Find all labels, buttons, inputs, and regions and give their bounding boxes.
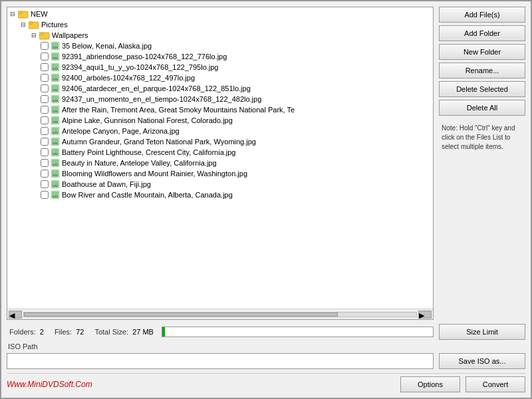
delete-all-button[interactable]: Delete All [439, 100, 525, 116]
list-item[interactable]: Antelope Canyon, Page, Arizona.jpg [9, 126, 432, 136]
add-files-button[interactable]: Add File(s) [439, 7, 525, 23]
list-item[interactable]: Blooming Wildflowers and Mount Rainier, … [9, 168, 432, 179]
file-tree-area: ⊟ NEW ⊟ [7, 7, 434, 320]
file-label: 92437_un_momento_en_el_tiempo-1024x768_1… [62, 95, 261, 103]
horizontal-scrollbar[interactable]: ◀ ▶ [7, 309, 433, 319]
file-label: 92394_aqui1_tu_y_yo-1024x768_122_795lo.j… [62, 63, 219, 71]
file-label: 92400_arboles-1024x768_122_497lo.jpg [62, 74, 195, 82]
list-item[interactable]: Alpine Lake, Gunnison National Forest, C… [9, 115, 432, 126]
files-value: 72 [76, 328, 84, 336]
scroll-track[interactable] [23, 312, 417, 317]
total-size-stat: Total Size: 27 MB [94, 328, 154, 336]
file-checkbox[interactable] [41, 148, 49, 156]
total-size-value: 27 MB [132, 328, 154, 336]
file-checkbox[interactable] [41, 127, 49, 135]
file-checkbox[interactable] [41, 74, 49, 82]
iso-path-label: ISO Path [7, 342, 525, 350]
size-limit-button[interactable]: Size Limit [439, 324, 525, 340]
file-label: Battery Point Lighthouse, Crescent City,… [62, 148, 235, 156]
file-checkbox[interactable] [41, 170, 49, 178]
file-label: Alpine Lake, Gunnison National Forest, C… [62, 116, 233, 124]
expander-new[interactable]: ⊟ [9, 10, 17, 18]
file-checkbox[interactable] [41, 95, 49, 103]
file-label: Bow River and Castle Mountain, Alberta, … [62, 191, 233, 199]
list-item[interactable]: 35 Below, Kenai, Alaska.jpg [9, 41, 432, 51]
file-icon [51, 126, 60, 136]
total-size-label: Total Size: [94, 328, 128, 336]
file-icon [51, 180, 60, 189]
svg-rect-1 [18, 11, 22, 13]
add-folder-button[interactable]: Add Folder [439, 25, 525, 41]
list-item[interactable]: 92394_aqui1_tu_y_yo-1024x768_122_795lo.j… [9, 62, 432, 72]
file-icon [51, 105, 60, 114]
file-checkbox[interactable] [41, 84, 49, 92]
rename-button[interactable]: Rename... [439, 63, 525, 78]
svg-rect-11 [53, 57, 58, 59]
list-item[interactable]: Bow River and Castle Mountain, Alberta, … [9, 190, 432, 200]
scroll-thumb[interactable] [24, 313, 338, 317]
svg-rect-5 [39, 33, 43, 35]
file-list: 35 Below, Kenai, Alaska.jpg 92391_abrien… [9, 41, 432, 200]
stats-progress-row: Folders: 2 Files: 72 Total Size: 27 MB S… [7, 324, 525, 340]
file-checkbox[interactable] [41, 106, 49, 114]
file-label: 92406_atardecer_en_el_parque-1024x768_12… [62, 84, 251, 92]
scroll-left-btn[interactable]: ◀ [9, 311, 22, 319]
file-icon [51, 63, 60, 72]
list-item[interactable]: Autumn Grandeur, Grand Teton National Pa… [9, 136, 432, 147]
folder-icon-pictures [29, 20, 39, 29]
scroll-right-btn[interactable]: ▶ [418, 311, 432, 319]
tree-pictures-item[interactable]: ⊟ Pictures [9, 19, 432, 30]
file-checkbox[interactable] [41, 42, 49, 50]
file-checkbox[interactable] [41, 116, 49, 124]
file-checkbox[interactable] [41, 63, 49, 71]
file-checkbox[interactable] [41, 191, 49, 199]
expander-pictures[interactable]: ⊟ [19, 21, 27, 29]
tree-wallpapers-item[interactable]: ⊟ Wallpapers [9, 30, 432, 41]
tree-root-item[interactable]: ⊟ NEW [9, 9, 432, 19]
file-label: After the Rain, Tremont Area, Great Smok… [62, 106, 295, 114]
svg-rect-3 [29, 22, 33, 24]
iso-path-row: Save ISO as... [7, 353, 525, 369]
list-item[interactable]: 92437_un_momento_en_el_tiempo-1024x768_1… [9, 94, 432, 104]
list-item[interactable]: 92400_arboles-1024x768_122_497lo.jpg [9, 72, 432, 83]
list-item[interactable]: Boathouse at Dawn, Fiji.jpg [9, 179, 432, 190]
expander-wallpapers[interactable]: ⊟ [30, 31, 38, 39]
svg-rect-50 [53, 196, 58, 198]
list-item[interactable]: Beauty in Nature, Antelope Valley, Calif… [9, 158, 432, 168]
svg-rect-23 [53, 100, 58, 102]
list-item[interactable]: Battery Point Lighthouse, Crescent City,… [9, 147, 432, 158]
iso-path-input[interactable] [7, 353, 434, 369]
file-checkbox[interactable] [41, 138, 49, 146]
file-icon [51, 190, 60, 200]
brand-text: Www.MiniDVDSoft.Com [7, 380, 92, 389]
svg-rect-38 [53, 153, 58, 155]
file-label: Autumn Grandeur, Grand Teton National Pa… [62, 138, 256, 146]
file-icon [51, 116, 60, 125]
options-button[interactable]: Options [400, 376, 460, 392]
bottom-section: Folders: 2 Files: 72 Total Size: 27 MB S… [7, 324, 525, 392]
file-checkbox[interactable] [41, 159, 49, 167]
folder-icon-new [18, 9, 29, 19]
file-checkbox[interactable] [41, 53, 49, 61]
delete-selected-button[interactable]: Delete Selected [439, 81, 525, 97]
bottom-buttons: Options Convert [400, 376, 525, 392]
iso-path-section: ISO Path Save ISO as... [7, 342, 525, 369]
list-item[interactable]: After the Rain, Tremont Area, Great Smok… [9, 104, 432, 115]
list-item[interactable]: 92406_atardecer_en_el_parque-1024x768_12… [9, 83, 432, 94]
files-label: Files: [55, 328, 72, 336]
file-icon [51, 137, 60, 146]
right-button-panel: Add File(s) Add Folder New Folder Rename… [439, 7, 525, 320]
folders-label: Folders: [9, 328, 36, 336]
file-icon [51, 94, 60, 104]
file-checkbox[interactable] [41, 180, 49, 188]
save-iso-as-button[interactable]: Save ISO as... [439, 353, 525, 369]
file-tree-scroll[interactable]: ⊟ NEW ⊟ [7, 7, 433, 309]
list-item[interactable]: 92391_abriendose_paso-1024x768_122_776lo… [9, 51, 432, 62]
folders-stat: Folders: 2 [9, 328, 44, 336]
svg-rect-41 [53, 164, 58, 166]
top-section: ⊟ NEW ⊟ [7, 7, 525, 320]
svg-rect-29 [53, 121, 58, 123]
convert-button[interactable]: Convert [466, 376, 525, 392]
new-folder-button[interactable]: New Folder [439, 44, 525, 60]
file-icon [51, 158, 60, 168]
